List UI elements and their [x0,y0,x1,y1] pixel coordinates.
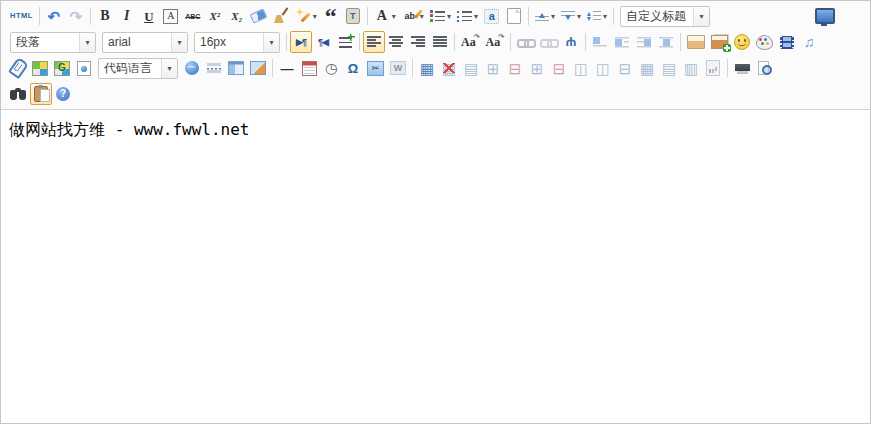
insert-music-button[interactable]: ♫ [798,31,820,53]
editor-content-area[interactable]: 做网站找方维 - www.fwwl.net [1,110,870,424]
paragraph-spacing-bottom-icon [561,10,575,23]
emotion-button[interactable] [731,31,753,53]
fullscreen-icon [815,8,835,24]
fullscreen-button[interactable] [812,5,838,27]
to-uppercase-button[interactable]: Aa↷ [458,31,483,53]
blockquote-button[interactable]: “ [320,5,342,27]
eraser-button[interactable] [248,5,270,27]
direction-rtl-button[interactable]: ¶◀ [312,31,334,53]
to-lowercase-icon: Aa↷ [486,33,505,51]
page-break-button[interactable] [203,57,225,79]
undo-button[interactable]: ↶ [43,5,65,27]
highlight-color-button[interactable]: ab▾ [399,5,427,27]
google-map-icon: G [54,61,70,76]
split-columns-button: ▥ [680,57,702,79]
anchor-button[interactable]: Ψ [560,31,582,53]
attachment-button[interactable] [7,57,29,79]
code-language-select[interactable]: 代码语言▾ [98,58,178,79]
bold-button[interactable]: B [94,5,116,27]
align-right-icon [411,36,425,48]
paragraph-format-select[interactable]: 段落▾ [10,32,96,53]
font-color-button[interactable]: A▾ [371,5,399,27]
auto-format-button[interactable]: ▾ [292,5,320,27]
font-size-select[interactable]: 16px▾ [194,32,280,53]
insert-time-icon: ◷ [323,59,339,77]
paragraph-spacing-top-button[interactable]: ▾ [532,5,558,27]
insert-image-icon [687,35,705,49]
font-color-icon: A [374,7,390,25]
align-center-button[interactable] [385,31,407,53]
toolbar-separator [680,33,681,51]
first-line-indent-button[interactable] [334,31,356,53]
insert-iframe-button[interactable] [73,57,95,79]
dropdown-caret-icon: ▾ [313,12,317,21]
paste-plain-toggle-button[interactable] [30,83,52,105]
dropdown-arrow-icon[interactable]: ▾ [79,33,95,52]
image-float-none-icon [593,37,607,48]
template-button[interactable] [225,57,247,79]
help-button[interactable]: ? [52,83,74,105]
insert-image-button[interactable] [684,31,708,53]
multi-image-upload-button[interactable] [708,31,731,53]
paste-plain-toggle-icon [34,86,48,102]
toolbar-separator [39,7,40,25]
insert-date-button[interactable] [298,57,320,79]
insert-code-button[interactable] [181,57,203,79]
auto-typeset-button[interactable]: a [481,5,503,27]
split-cells-icon: ▦ [639,59,655,77]
content-text[interactable]: 做网站找方维 - www.fwwl.net [1,110,870,151]
dropdown-arrow-icon[interactable]: ▾ [263,33,279,52]
font-family-select[interactable]: arial▾ [102,32,188,53]
direction-ltr-button[interactable]: ▶¶ [290,31,312,53]
horizontal-rule-button[interactable]: — [276,57,298,79]
special-characters-button[interactable]: Ω [342,57,364,79]
align-justify-icon [433,36,447,48]
superscript-button[interactable]: X² [204,5,226,27]
clear-document-button[interactable] [503,5,525,27]
unordered-list-button[interactable]: ▾ [454,5,481,27]
align-left-button[interactable] [363,31,385,53]
align-center-icon [389,36,403,48]
strikethrough-button[interactable]: ABC [182,5,204,27]
ordered-list-button[interactable]: ▾ [427,5,454,27]
underline-button[interactable]: U [138,5,160,27]
format-brush-button[interactable] [270,5,292,27]
insert-map-button[interactable] [29,57,51,79]
italic-button[interactable]: I [116,5,138,27]
delete-row-icon: ⊟ [507,59,523,77]
align-right-button[interactable] [407,31,429,53]
attachment-icon [8,57,29,79]
print-button[interactable] [731,57,753,79]
insert-table-button[interactable]: ▦ [416,57,438,79]
merge-down-icon: ⊟ [617,59,633,77]
preview-button[interactable] [753,57,775,79]
direction-rtl-icon: ¶◀ [315,33,331,51]
dropdown-arrow-icon[interactable]: ▾ [693,7,709,26]
dropdown-arrow-icon[interactable]: ▾ [171,33,187,52]
toolbar-separator [510,33,511,51]
to-lowercase-button[interactable]: Aa↷ [483,31,508,53]
google-map-button[interactable]: G [51,57,73,79]
merge-down-button: ⊟ [614,57,636,79]
insert-time-button[interactable]: ◷ [320,57,342,79]
redo-icon: ↷ [68,7,84,25]
toolbar-separator [272,59,273,77]
dropdown-arrow-icon[interactable]: ▾ [161,59,177,78]
align-justify-button[interactable] [429,31,451,53]
search-replace-button[interactable] [7,83,30,105]
screen-snapshot-button[interactable]: ✂ [364,57,387,79]
split-cells-button: ▦ [636,57,658,79]
html-source-button[interactable]: HTML [7,5,36,27]
insert-video-button[interactable] [776,31,798,53]
line-height-button[interactable]: ▾ [584,5,610,27]
background-settings-button[interactable] [247,57,269,79]
paragraph-spacing-bottom-button[interactable]: ▾ [558,5,584,27]
subscript-button[interactable]: X₂ [226,5,248,27]
template-icon [228,61,244,75]
undo-icon: ↶ [46,7,62,25]
scrawl-button[interactable] [753,31,776,53]
char-border-button[interactable]: A [160,5,182,27]
paste-as-text-button[interactable]: T [342,5,364,27]
custom-title-value: 自定义标题 [621,7,693,26]
custom-title-select[interactable]: 自定义标题▾ [620,6,710,27]
